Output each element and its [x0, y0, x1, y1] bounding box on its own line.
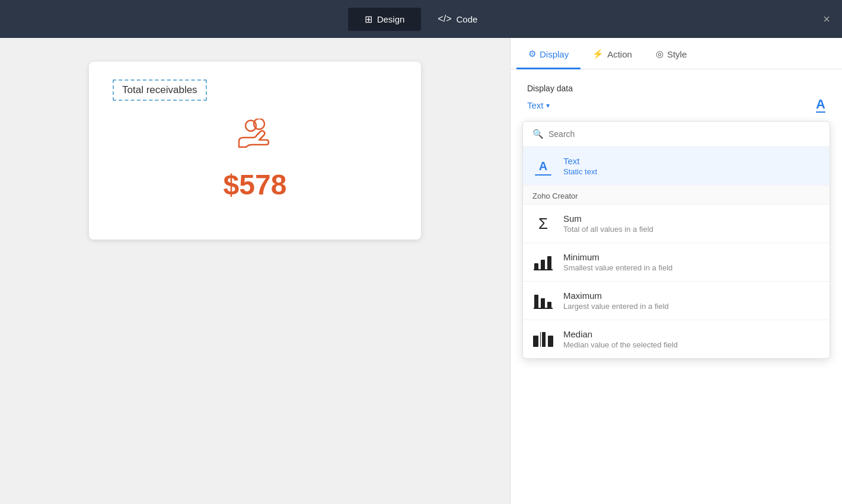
dropdown-panel: 🔍 A Text Static text Zoho Creator [522, 121, 830, 359]
code-icon: </> [438, 14, 451, 24]
tab-code[interactable]: </> Code [421, 8, 494, 31]
minimum-icon [532, 251, 554, 273]
dropdown-item-text[interactable]: A Text Static text [523, 147, 830, 186]
svg-rect-7 [541, 298, 545, 308]
action-icon: ⚡ [592, 49, 604, 59]
tab-action[interactable]: ⚡ Action [581, 38, 644, 69]
dropdown-item-median[interactable]: Median Median value of the selected fiel… [523, 320, 830, 358]
svg-rect-10 [533, 336, 538, 347]
svg-rect-4 [547, 256, 551, 270]
action-tab-label: Action [607, 49, 632, 59]
maximum-item-title: Maximum [563, 291, 669, 301]
close-button[interactable]: × [823, 13, 830, 25]
widget-title[interactable]: Total receivables [113, 79, 207, 101]
text-dropdown[interactable]: Text ▾ [527, 100, 550, 110]
design-label: Design [377, 14, 405, 24]
text-item-subtitle: Static text [563, 167, 597, 176]
svg-rect-12 [548, 336, 553, 347]
median-item-subtitle: Median value of the selected field [563, 340, 678, 349]
dropdown-scroll: A Text Static text Zoho Creator Σ [523, 147, 830, 358]
svg-rect-14 [546, 332, 547, 347]
text-item-text: Text Static text [563, 156, 597, 176]
style-icon: ◎ [656, 49, 664, 59]
search-input[interactable] [548, 129, 820, 139]
topbar: ⊞ Design </> Code × [0, 0, 842, 38]
search-row: 🔍 [523, 122, 830, 147]
text-item-icon: A [532, 155, 554, 177]
dropdown-item-sum[interactable]: Σ Sum Total of all values in a field [523, 205, 830, 243]
widget-icon [234, 119, 276, 159]
font-format-icon: A [816, 98, 825, 113]
panel-content: Display data Text ▾ A 🔍 A [511, 69, 842, 504]
svg-rect-13 [541, 332, 542, 347]
topbar-tabs: ⊞ Design </> Code [348, 8, 495, 31]
svg-rect-9 [534, 308, 553, 309]
dropdown-current-value: Text [527, 100, 544, 110]
sum-icon: Σ [532, 213, 554, 234]
chevron-down-icon: ▾ [546, 101, 550, 110]
svg-rect-6 [534, 295, 538, 308]
display-icon: ⚙ [528, 49, 536, 59]
svg-rect-3 [541, 260, 545, 270]
minimum-item-title: Minimum [563, 252, 672, 262]
median-item-title: Median [563, 329, 678, 339]
minimum-item-subtitle: Smallest value entered in a field [563, 263, 672, 272]
style-tab-label: Style [667, 49, 687, 59]
design-icon: ⊞ [365, 14, 372, 25]
minimum-item-text: Minimum Smallest value entered in a fiel… [563, 252, 672, 272]
code-label: Code [456, 14, 477, 24]
dropdown-item-minimum[interactable]: Minimum Smallest value entered in a fiel… [523, 243, 830, 282]
dropdown-item-maximum[interactable]: Maximum Largest value entered in a field [523, 282, 830, 320]
maximum-item-subtitle: Largest value entered in a field [563, 302, 669, 311]
display-tab-label: Display [540, 49, 569, 59]
display-data-label: Display data [527, 84, 825, 93]
text-item-title: Text [563, 156, 597, 166]
tab-display[interactable]: ⚙ Display [516, 38, 581, 69]
sum-item-title: Sum [563, 213, 653, 224]
tab-design[interactable]: ⊞ Design [348, 8, 422, 31]
main-layout: Total receivables $578 ⚙ Display [0, 38, 842, 504]
widget-card: Total receivables $578 [89, 62, 421, 240]
zoho-creator-section-label: Zoho Creator [523, 186, 830, 205]
panel-tabs: ⚙ Display ⚡ Action ◎ Style [511, 38, 842, 69]
maximum-item-text: Maximum Largest value entered in a field [563, 291, 669, 311]
canvas-area: Total receivables $578 [0, 38, 510, 504]
svg-rect-5 [534, 269, 553, 270]
search-icon: 🔍 [532, 129, 544, 139]
text-dropdown-row: Text ▾ A [527, 98, 825, 113]
svg-rect-2 [534, 263, 538, 270]
widget-value: $578 [224, 168, 287, 201]
right-panel: ⚙ Display ⚡ Action ◎ Style Display data … [510, 38, 842, 504]
sum-item-subtitle: Total of all values in a field [563, 225, 653, 234]
median-icon [532, 328, 554, 350]
tab-style[interactable]: ◎ Style [644, 38, 699, 69]
sum-item-text: Sum Total of all values in a field [563, 213, 653, 234]
maximum-icon [532, 290, 554, 311]
median-item-text: Median Median value of the selected fiel… [563, 329, 678, 349]
svg-rect-8 [547, 302, 551, 308]
